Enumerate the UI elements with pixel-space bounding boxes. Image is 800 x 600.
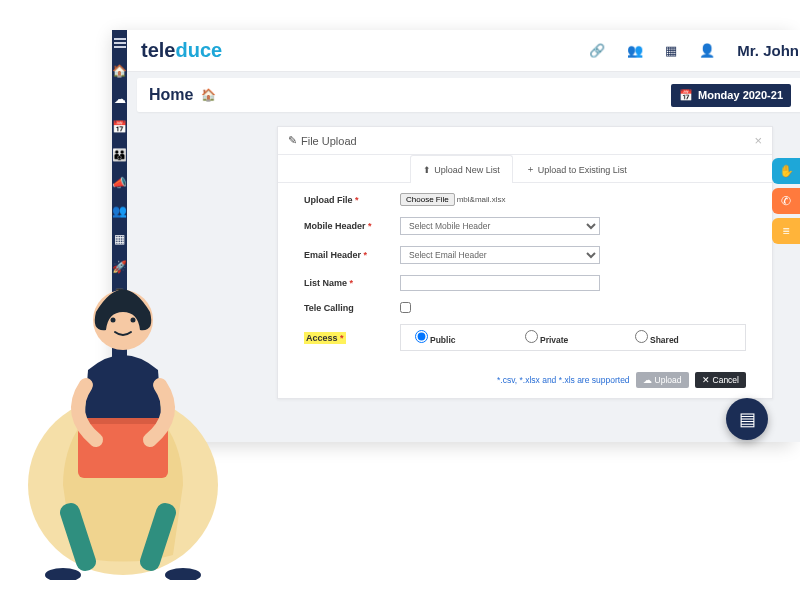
megaphone-icon[interactable]: 📣 bbox=[112, 176, 127, 190]
tabs: ⬆Upload New List ＋Upload to Existing Lis… bbox=[278, 155, 772, 183]
tab-upload-new[interactable]: ⬆Upload New List bbox=[410, 155, 513, 183]
access-private[interactable]: Private bbox=[525, 330, 621, 345]
edit-icon: ✎ bbox=[288, 134, 297, 147]
plus-icon: ＋ bbox=[526, 163, 535, 176]
mobile-header-select[interactable]: Select Mobile Header bbox=[400, 217, 600, 235]
breadcrumb-bar: Home 🏠 📅 Monday 2020-21 bbox=[137, 78, 800, 112]
user-icon[interactable]: 👤 bbox=[699, 43, 715, 58]
chosen-file-name: mbl&mail.xlsx bbox=[457, 195, 506, 204]
date-badge[interactable]: 📅 Monday 2020-21 bbox=[671, 84, 791, 107]
calendar-icon: 📅 bbox=[679, 89, 693, 102]
access-shared[interactable]: Shared bbox=[635, 330, 731, 345]
topbar: teleduce 🔗 👥 ▦ 👤 Mr. John bbox=[127, 30, 800, 72]
tab-upload-existing[interactable]: ＋Upload to Existing List bbox=[513, 155, 640, 183]
org-icon[interactable]: 👪 bbox=[112, 148, 127, 162]
choose-file-button[interactable]: Choose File bbox=[400, 193, 455, 206]
group-icon[interactable]: 👥 bbox=[627, 43, 643, 58]
access-public[interactable]: Public bbox=[415, 330, 511, 345]
home-icon[interactable]: 🏠 bbox=[201, 88, 216, 102]
fab-comment-icon[interactable]: ✋ bbox=[772, 158, 800, 184]
svg-rect-6 bbox=[78, 418, 168, 424]
access-label: Access * bbox=[304, 333, 400, 343]
date-text: Monday 2020-21 bbox=[698, 89, 783, 101]
upload-file-label: Upload File * bbox=[304, 195, 400, 205]
chat-bubble-button[interactable]: ▤ bbox=[726, 398, 768, 440]
email-header-label: Email Header * bbox=[304, 250, 400, 260]
apps-icon[interactable]: ▦ bbox=[665, 43, 677, 58]
side-fab-column: ✋ ✆ ≡ bbox=[772, 158, 800, 244]
email-header-select[interactable]: Select Email Header bbox=[400, 246, 600, 264]
home-icon[interactable]: 🏠 bbox=[112, 64, 127, 78]
tele-calling-label: Tele Calling bbox=[304, 303, 400, 313]
brand-part2: duce bbox=[175, 39, 222, 61]
tele-calling-checkbox[interactable] bbox=[400, 302, 411, 313]
fab-phone-icon[interactable]: ✆ bbox=[772, 188, 800, 214]
brand-part1: tele bbox=[141, 39, 175, 61]
cloud-icon[interactable]: ☁ bbox=[114, 92, 126, 106]
brand-logo: teleduce bbox=[141, 39, 222, 62]
list-name-label: List Name * bbox=[304, 278, 400, 288]
svg-point-3 bbox=[45, 568, 81, 580]
calendar-icon[interactable]: 📅 bbox=[112, 120, 127, 134]
link-icon[interactable]: 🔗 bbox=[589, 43, 605, 58]
svg-point-9 bbox=[131, 318, 136, 323]
svg-point-4 bbox=[165, 568, 201, 580]
file-upload-panel: ✎File Upload × ⬆Upload New List ＋Upload … bbox=[277, 126, 773, 399]
user-name[interactable]: Mr. John bbox=[737, 42, 799, 59]
person-illustration bbox=[8, 250, 238, 580]
cancel-button[interactable]: ✕ Cancel bbox=[695, 372, 746, 388]
access-radio-group: Public Private Shared bbox=[400, 324, 746, 351]
close-icon[interactable]: × bbox=[754, 133, 762, 148]
grid-icon[interactable]: ▦ bbox=[114, 232, 125, 246]
people-icon[interactable]: 👥 bbox=[112, 204, 127, 218]
chat-icon: ▤ bbox=[739, 408, 756, 430]
hamburger-icon[interactable] bbox=[114, 38, 126, 48]
svg-point-8 bbox=[111, 318, 116, 323]
upload-button[interactable]: ☁ Upload bbox=[636, 372, 689, 388]
list-name-input[interactable] bbox=[400, 275, 600, 291]
file-format-hint: *.csv, *.xlsx and *.xls are supported bbox=[497, 375, 630, 385]
upload-icon: ⬆ bbox=[423, 165, 431, 175]
page-title: Home bbox=[149, 86, 193, 104]
fab-list-icon[interactable]: ≡ bbox=[772, 218, 800, 244]
mobile-header-label: Mobile Header * bbox=[304, 221, 400, 231]
upload-form: Upload File * Choose File mbl&mail.xlsx … bbox=[278, 183, 772, 372]
panel-title: File Upload bbox=[301, 135, 357, 147]
